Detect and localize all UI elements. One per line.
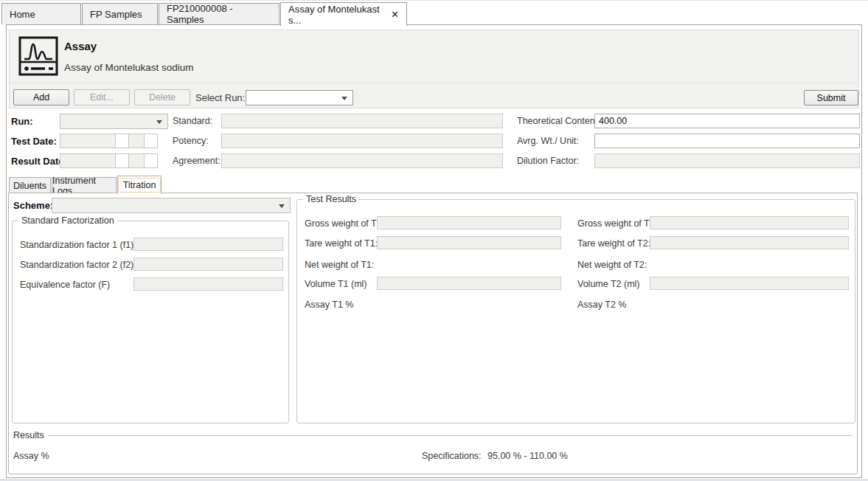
header-box: Assay Assay of Montelukast sodium Add Ed…	[9, 30, 859, 108]
theoretical-content-field[interactable]: 400.00	[594, 114, 860, 128]
avg-wt-unit-label: Avrg. Wt./ Unit:	[517, 136, 579, 146]
std-factor-2-label: Standardization factor 2 (f2)	[20, 260, 133, 270]
dilution-factor-field	[594, 153, 860, 168]
page-title: Assay	[64, 40, 97, 52]
result-date-main-segment[interactable]	[60, 153, 116, 168]
volume-t1-field	[377, 277, 561, 290]
tab-assay-active[interactable]: Assay of Montelukast s... ✕	[280, 2, 407, 26]
add-button[interactable]: Add	[13, 89, 69, 105]
gross-weight-t2-label: Gross weight of T2:	[577, 218, 657, 229]
tab-titration[interactable]: Titration	[117, 176, 162, 194]
titration-tab-panel: Scheme: Standard Factorization Standardi…	[8, 193, 858, 474]
test-date-segment[interactable]	[128, 134, 145, 148]
tab-diluents[interactable]: Diluents	[9, 177, 51, 193]
page-subtitle: Assay of Montelukast sodium	[64, 62, 194, 73]
standard-label: Standard:	[173, 116, 212, 126]
tab-fp-samples[interactable]: FP Samples	[82, 3, 158, 24]
test-date-label: Test Date:	[11, 136, 57, 147]
results-divider	[48, 435, 853, 436]
agreement-label: Agreement:	[173, 156, 221, 166]
main-panel: Assay Assay of Montelukast sodium Add Ed…	[6, 24, 862, 478]
volume-t2-field	[650, 277, 849, 290]
tab-fp210000008-samples-label: FP210000008 - Samples	[167, 3, 271, 25]
test-date-segment[interactable]	[115, 134, 129, 148]
results-title: Results	[13, 430, 48, 440]
close-tab-icon[interactable]: ✕	[391, 9, 399, 20]
std-factor-1-label: Standardization factor 1 (f1)	[20, 240, 133, 250]
assay-t2-label: Assay T2 %	[577, 300, 626, 310]
test-results-title: Test Results	[303, 194, 359, 204]
app-window: Home FP Samples FP210000008 - Samples As…	[0, 0, 868, 481]
tare-weight-t2-field	[650, 236, 849, 249]
assay-percent-label: Assay %	[13, 451, 49, 461]
select-run-dropdown[interactable]	[246, 90, 353, 105]
scheme-dropdown[interactable]	[52, 198, 291, 213]
specifications-value: 95.00 % - 110.00 %	[487, 451, 568, 461]
test-date-main-segment[interactable]	[60, 134, 116, 148]
chevron-down-icon	[156, 120, 162, 124]
tab-instrument-logs[interactable]: Instrument Logs	[52, 177, 117, 193]
gross-weight-t2-field	[650, 216, 849, 229]
result-date-segment[interactable]	[144, 153, 158, 168]
tab-home[interactable]: Home	[1, 3, 81, 24]
assay-t1-label: Assay T1 %	[305, 300, 353, 310]
potency-label: Potency:	[173, 136, 209, 146]
run-label: Run:	[11, 116, 33, 127]
avg-wt-unit-field[interactable]	[594, 134, 860, 148]
standard-field	[221, 114, 503, 128]
results-section-header: Results	[13, 430, 853, 440]
submit-button[interactable]: Submit	[804, 90, 858, 105]
tare-weight-t1-field	[377, 236, 561, 249]
scheme-label: Scheme:	[13, 200, 53, 211]
gross-weight-t1-label: Gross weight of T1:	[305, 218, 384, 229]
delete-button: Delete	[134, 89, 190, 105]
result-date-input[interactable]	[60, 153, 158, 168]
test-results-groupbox: Test Results Gross weight of T1: Tare we…	[296, 199, 855, 423]
tab-assay-label: Assay of Montelukast s...	[288, 4, 381, 26]
tab-fp-samples-label: FP Samples	[90, 9, 142, 20]
test-date-input[interactable]	[60, 134, 158, 148]
result-date-label: Result Date:	[11, 156, 67, 167]
standard-factorization-title: Standard Factorization	[18, 215, 117, 226]
run-dropdown[interactable]	[60, 114, 168, 129]
volume-t2-label: Volume T2 (ml)	[577, 279, 640, 289]
potency-field	[221, 134, 503, 148]
result-date-segment[interactable]	[115, 153, 129, 168]
volume-t1-label: Volume T1 (ml)	[305, 279, 367, 289]
chevron-down-icon	[341, 97, 347, 100]
dilution-factor-label: Dilution Factor:	[517, 156, 579, 166]
gross-weight-t1-field	[377, 216, 561, 229]
tare-weight-t1-label: Tare weight of T1:	[305, 238, 378, 249]
theoretical-content-label: Theoretical Content:	[517, 116, 600, 126]
chromatogram-icon	[18, 36, 58, 76]
agreement-field	[221, 153, 503, 168]
select-run-label: Select Run:	[195, 92, 245, 103]
test-date-segment[interactable]	[144, 134, 158, 148]
std-factor-2-field	[133, 257, 283, 271]
equivalence-factor-field	[133, 277, 283, 291]
tab-home-label: Home	[10, 9, 35, 20]
result-date-segment[interactable]	[128, 153, 145, 168]
chevron-down-icon	[279, 204, 285, 208]
header-divider	[10, 83, 858, 83]
net-weight-t1-label: Net weight of T1:	[305, 260, 374, 270]
equivalence-factor-label: Equivalence factor (F)	[20, 280, 110, 290]
standard-factorization-groupbox: Standard Factorization Standardization f…	[12, 221, 289, 423]
tab-fp210000008-samples[interactable]: FP210000008 - Samples	[159, 3, 280, 24]
specifications-label: Specifications:	[422, 451, 482, 461]
net-weight-t2-label: Net weight of T2:	[577, 260, 647, 270]
edit-button: Edit...	[74, 89, 130, 105]
std-factor-1-field	[133, 238, 283, 251]
tare-weight-t2-label: Tare weight of T2:	[577, 238, 650, 249]
